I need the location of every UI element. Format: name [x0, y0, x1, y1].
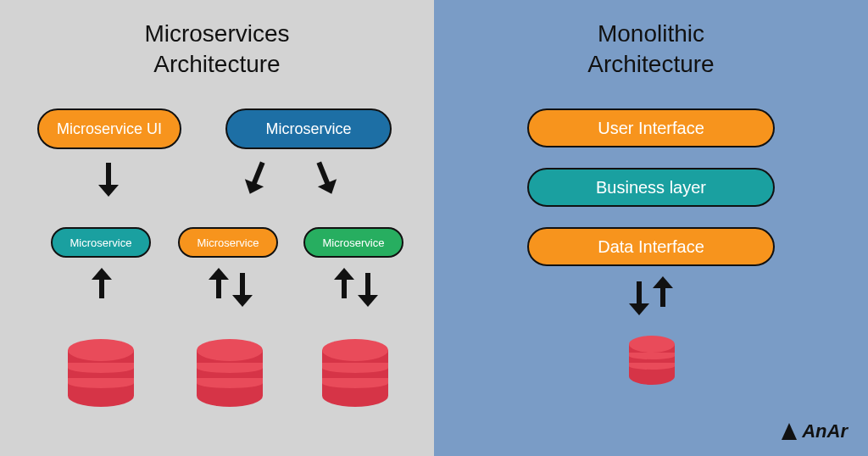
title-line: Architecture	[587, 51, 714, 77]
arrow-down-right-icon	[306, 153, 343, 200]
arrow-down-icon	[627, 276, 651, 317]
arrow-up-icon	[651, 276, 675, 317]
arrow-up-icon	[207, 268, 231, 309]
microservices-title: Microservices Architecture	[0, 0, 434, 81]
title-line: Monolithic	[598, 20, 704, 47]
node-label: Microservice	[265, 120, 351, 138]
node-label: Microservice	[70, 236, 132, 249]
database-icon	[197, 339, 263, 405]
node-microservice-mid-1: Microservice	[51, 227, 151, 258]
monolithic-title: Monolithic Architecture	[434, 0, 868, 81]
node-microservice-top: Microservice	[225, 108, 392, 149]
node-label: Microservice	[198, 236, 259, 249]
logo-triangle-icon	[782, 423, 797, 440]
layer-user-interface: User Interface	[527, 108, 775, 147]
title-line: Microservices	[144, 20, 289, 47]
layer-data-interface: Data Interface	[527, 227, 775, 266]
node-microservice-mid-2: Microservice	[178, 227, 278, 258]
arrow-down-icon	[356, 268, 380, 309]
layer-label: Business layer	[596, 178, 706, 197]
database-icon	[68, 339, 134, 405]
brand-text: AnAr	[802, 420, 848, 442]
database-icon	[629, 336, 675, 385]
arrow-down-icon	[97, 158, 120, 198]
layer-business: Business layer	[527, 168, 775, 207]
arrow-up-icon	[90, 268, 114, 309]
database-icon	[322, 339, 388, 405]
node-label: Microservice	[323, 236, 385, 249]
brand-logo: AnAr	[782, 420, 848, 442]
layer-label: User Interface	[598, 119, 704, 138]
microservices-panel: Microservices Architecture Microservice …	[0, 0, 434, 456]
monolithic-panel: Monolithic Architecture User Interface B…	[434, 0, 868, 456]
arrow-up-icon	[332, 268, 356, 309]
node-label: Microservice UI	[57, 120, 162, 138]
arrow-down-left-icon	[238, 153, 275, 200]
node-microservice-ui: Microservice UI	[37, 108, 181, 149]
layer-label: Data Interface	[598, 237, 704, 257]
node-microservice-mid-3: Microservice	[303, 227, 403, 258]
title-line: Architecture	[153, 51, 280, 77]
arrow-down-icon	[231, 268, 254, 309]
